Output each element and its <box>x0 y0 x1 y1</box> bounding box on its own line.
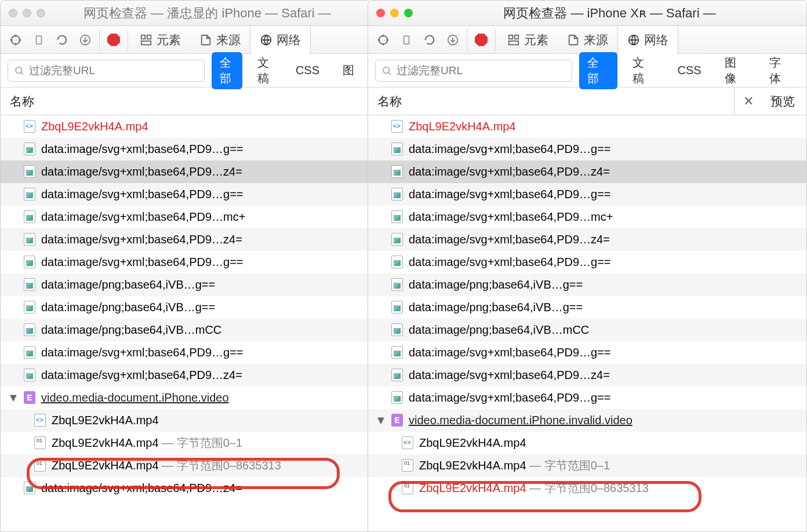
list-item[interactable]: ▼Evideo.media-document.iPhone.video <box>1 387 369 409</box>
list-item[interactable]: data:image/svg+xml;base64,PD9…g== <box>368 251 806 274</box>
minimize-icon[interactable] <box>23 9 31 17</box>
image-file-icon <box>391 210 403 223</box>
filter-all[interactable]: 全部 <box>212 52 242 89</box>
list-item[interactable]: data:image/svg+xml;base64,PD9…z4= <box>368 161 806 183</box>
reload-icon[interactable] <box>418 30 441 50</box>
list-item[interactable]: data:image/svg+xml;base64,PD9…z4= <box>1 161 369 183</box>
list-item[interactable]: data:image/svg+xml;base64,PD9…g== <box>368 341 806 364</box>
device-icon[interactable] <box>27 30 50 50</box>
list-item[interactable]: data:image/png;base64,iVB…mCC <box>368 319 806 341</box>
list-item[interactable]: data:image/svg+xml;base64,PD9…g== <box>368 387 806 409</box>
column-header: 名称 <box>1 88 369 115</box>
list-item[interactable]: ZbqL9E2vkH4A.mp4 — 字节范围0–8635313 <box>368 477 806 500</box>
resource-name: data:image/svg+xml;base64,PD9…g== <box>41 256 243 269</box>
filter-img[interactable]: 图 <box>335 60 362 81</box>
filter-css[interactable]: CSS <box>669 61 709 80</box>
close-icon[interactable] <box>376 9 385 17</box>
column-header: 名称 ✕ 预览 <box>368 88 806 115</box>
reload-icon[interactable] <box>50 30 74 50</box>
list-item[interactable]: data:image/svg+xml;base64,PD9…z4= <box>1 228 369 251</box>
error-badge-icon[interactable] <box>470 30 493 50</box>
titlebar[interactable]: 网页检查器 — 潘忠显的 iPhone — Safari — <box>1 1 369 26</box>
tab-sources[interactable]: 来源 <box>558 26 617 54</box>
list-item[interactable]: data:image/svg+xml;base64,PD9…g== <box>368 183 806 206</box>
list-item[interactable]: ZbqL9E2vkH4A.mp4 — 字节范围0–1 <box>1 432 369 454</box>
resource-name: data:image/svg+xml;base64,PD9…mc+ <box>409 210 613 224</box>
zoom-icon[interactable] <box>404 9 413 17</box>
list-item[interactable]: data:image/svg+xml;base64,PD9…g== <box>1 138 369 161</box>
list-item[interactable]: data:image/png;base64,iVB…g== <box>1 296 369 319</box>
filter-docs[interactable]: 文稿 <box>624 52 663 89</box>
filter-img[interactable]: 图像 <box>717 52 755 89</box>
tab-sources[interactable]: 来源 <box>190 26 250 54</box>
device-icon[interactable] <box>395 30 418 50</box>
download-icon[interactable] <box>441 30 464 50</box>
list-item[interactable]: data:image/svg+xml;base64,PD9…g== <box>1 183 369 206</box>
resource-name: data:image/svg+xml;base64,PD9…z4= <box>41 165 242 178</box>
tab-elements[interactable]: 元素 <box>498 26 558 54</box>
list-item[interactable]: data:image/svg+xml;base64,PD9…z4= <box>368 364 806 387</box>
col-name[interactable]: 名称 <box>368 93 734 110</box>
zoom-icon[interactable] <box>37 9 45 17</box>
tab-network-label: 网络 <box>644 32 668 48</box>
image-file-icon <box>24 233 35 246</box>
list-item[interactable]: ▼Evideo.media-document.iPhone.invalid.vi… <box>368 409 806 432</box>
list-item[interactable]: ZbqL9E2vkH4A.mp4 <box>1 115 369 138</box>
list-item[interactable]: data:image/svg+xml;base64,PD9…z4= <box>368 228 806 251</box>
list-item[interactable]: data:image/svg+xml;base64,PD9…mc+ <box>1 206 369 228</box>
list-item[interactable]: data:image/svg+xml;base64,PD9…g== <box>368 138 806 161</box>
list-item[interactable]: ZbqL9E2vkH4A.mp4 — 字节范围0–8635313 <box>1 454 369 477</box>
filter-all[interactable]: 全部 <box>579 52 617 89</box>
disclosure-triangle-icon[interactable]: ▼ <box>375 414 384 427</box>
close-icon[interactable] <box>9 9 17 17</box>
binary-file-icon <box>34 436 46 449</box>
resource-name: ZbqL9E2vkH4A.mp4 <box>419 436 526 450</box>
resource-name: ZbqL9E2vkH4A.mp4 — 字节范围0–1 <box>419 458 610 473</box>
resource-name: data:image/png;base64,iVB…g== <box>409 301 583 314</box>
byte-range-suffix: — 字节范围0–8635313 <box>159 459 281 472</box>
list-item[interactable]: ZbqL9E2vkH4A.mp4 <box>368 432 806 454</box>
disclosure-triangle-icon[interactable]: ▼ <box>8 391 17 405</box>
tab-elements[interactable]: 元素 <box>130 26 190 54</box>
traffic-lights <box>9 9 45 17</box>
col-name[interactable]: 名称 <box>1 93 369 110</box>
filter-bar: 过滤完整URL 全部 文稿 CSS 图 <box>1 54 369 88</box>
tab-network[interactable]: 网络 <box>617 26 678 54</box>
list-item[interactable]: ZbqL9E2vkH4A.mp4 <box>368 115 806 138</box>
resource-list[interactable]: ZbqL9E2vkH4A.mp4data:image/svg+xml;base6… <box>1 115 369 531</box>
inspect-icon[interactable] <box>4 30 27 50</box>
list-item[interactable]: data:image/png;base64,iVB…mCC <box>1 319 369 341</box>
filter-docs[interactable]: 文稿 <box>249 52 280 89</box>
list-item[interactable]: ZbqL9E2vkH4A.mp4 — 字节范围0–1 <box>368 454 806 477</box>
image-file-icon <box>391 278 403 291</box>
list-item[interactable]: data:image/svg+xml;base64,PD9…z4= <box>1 364 369 387</box>
image-file-icon <box>391 233 403 246</box>
filter-input[interactable]: 过滤完整URL <box>375 60 572 82</box>
tab-network[interactable]: 网络 <box>250 26 311 54</box>
binary-file-icon <box>402 459 413 472</box>
inspect-icon[interactable] <box>372 30 395 50</box>
close-preview-button[interactable]: ✕ <box>735 94 762 109</box>
filter-input[interactable]: 过滤完整URL <box>8 60 205 82</box>
list-item[interactable]: data:image/svg+xml;base64,PD9…z4= <box>1 477 369 500</box>
titlebar[interactable]: 网页检查器 — iPhone Xʀ — Safari — <box>368 1 806 26</box>
list-item[interactable]: data:image/png;base64,iVB…g== <box>1 274 369 296</box>
list-item[interactable]: data:image/svg+xml;base64,PD9…mc+ <box>368 206 806 228</box>
svg-rect-10 <box>141 41 151 44</box>
image-file-icon <box>24 482 35 494</box>
list-item[interactable]: ZbqL9E2vkH4A.mp4 <box>1 409 369 432</box>
download-icon[interactable] <box>74 30 97 50</box>
filter-font[interactable]: 字体 <box>761 52 799 89</box>
resource-name: ZbqL9E2vkH4A.mp4 — 字节范围0–1 <box>52 435 242 451</box>
resource-list[interactable]: ZbqL9E2vkH4A.mp4data:image/svg+xml;base6… <box>368 115 806 531</box>
svg-rect-8 <box>141 35 145 38</box>
error-badge-icon[interactable] <box>102 30 125 50</box>
list-item[interactable]: data:image/svg+xml;base64,PD9…g== <box>1 251 369 274</box>
list-item[interactable]: data:image/png;base64,iVB…g== <box>368 274 806 296</box>
minimize-icon[interactable] <box>390 9 399 17</box>
filter-css[interactable]: CSS <box>288 61 328 80</box>
tab-sources-label: 来源 <box>584 32 608 48</box>
col-preview[interactable]: 预览 <box>762 93 806 110</box>
list-item[interactable]: data:image/svg+xml;base64,PD9…g== <box>1 341 369 364</box>
list-item[interactable]: data:image/png;base64,iVB…g== <box>368 296 806 319</box>
